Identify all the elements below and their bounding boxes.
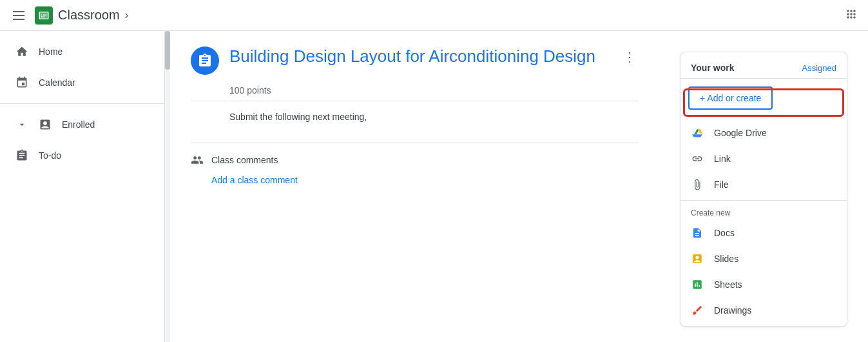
sidebar-label-enrolled: Enrolled (62, 119, 95, 130)
menu-item-drawings[interactable]: Drawings (680, 297, 847, 323)
sidebar-label-todo: To-do (39, 150, 61, 161)
create-new-label: Create new (680, 203, 847, 220)
menu-label-file: File (714, 179, 729, 190)
todo-icon (15, 149, 28, 162)
sidebar-label-home: Home (39, 46, 63, 57)
menu-item-link[interactable]: Link (680, 146, 847, 172)
sidebar-divider (0, 103, 164, 104)
slides-icon (691, 252, 704, 265)
google-drive-icon (691, 126, 704, 139)
scrollbar[interactable] (165, 31, 170, 342)
menu-item-docs[interactable]: Docs (680, 220, 847, 246)
panel-title: Your work (691, 63, 734, 73)
hamburger-menu[interactable] (10, 8, 27, 23)
content-area: Building Design Layout for Airconditioni… (170, 31, 659, 201)
sidebar-item-calendar[interactable]: Calendar (0, 67, 154, 98)
your-work-panel: Your work Assigned + Add or create (680, 52, 847, 327)
panel-status: Assigned (802, 63, 836, 73)
chevron-down-icon (15, 118, 28, 131)
assignment-icon (191, 46, 219, 75)
menu-label-drawings: Drawings (714, 305, 751, 316)
home-icon (15, 45, 28, 58)
assignment-points: 100 points (191, 85, 639, 96)
docs-icon (691, 226, 704, 239)
comments-section: Class comments Add a class comment (191, 154, 639, 186)
calendar-icon (15, 76, 28, 89)
menu-label-sheets: Sheets (714, 279, 742, 290)
menu-label-docs: Docs (714, 228, 735, 238)
app-name: Classroom (58, 8, 120, 23)
breadcrumb-arrow: › (125, 8, 129, 22)
panel-wrapper: Your work Assigned + Add or create (659, 31, 868, 342)
menu-item-slides[interactable]: Slides (680, 246, 847, 272)
menu-divider (680, 200, 847, 201)
menu-item-file[interactable]: File (680, 172, 847, 197)
sidebar: Home Calendar Enrolled To-do (0, 31, 165, 342)
add-or-create-button[interactable]: + Add or create (688, 86, 773, 110)
enrolled-icon (39, 118, 52, 131)
menu-label-link: Link (714, 154, 731, 164)
layout: Home Calendar Enrolled To-do (0, 31, 868, 342)
divider-2 (191, 143, 639, 143)
sidebar-item-home[interactable]: Home (0, 36, 154, 67)
assignment-header: Building Design Layout for Airconditioni… (191, 46, 639, 75)
drawings-icon (691, 304, 704, 317)
menu-item-sheets[interactable]: Sheets (680, 272, 847, 297)
scroll-area: Building Design Layout for Airconditioni… (170, 31, 659, 342)
scroll-thumb[interactable] (165, 31, 170, 70)
sidebar-item-todo[interactable]: To-do (0, 140, 154, 171)
assignment-description: Submit the following next meeting, (191, 112, 639, 122)
comments-label: Class comments (211, 155, 278, 165)
classroom-icon (35, 6, 53, 25)
more-options-icon[interactable]: ⋮ (621, 46, 639, 67)
assignment-title: Building Design Layout for Airconditioni… (229, 46, 610, 66)
dropdown-menu: Google Drive Link File (680, 117, 847, 326)
grid-icon[interactable] (845, 8, 858, 23)
link-icon (691, 152, 704, 165)
comments-icon (191, 154, 204, 166)
comments-header: Class comments (191, 154, 639, 166)
panel-header: Your work Assigned (680, 52, 847, 79)
sidebar-item-enrolled[interactable]: Enrolled (0, 109, 154, 140)
file-icon (691, 178, 704, 191)
menu-item-google-drive[interactable]: Google Drive (680, 120, 847, 146)
menu-label-slides: Slides (714, 254, 738, 264)
sidebar-label-calendar: Calendar (39, 77, 75, 88)
sheets-icon (691, 278, 704, 291)
app-logo: Classroom › (35, 6, 129, 25)
topbar-left: Classroom › (10, 6, 129, 25)
divider-1 (191, 101, 639, 101)
main-content: Building Design Layout for Airconditioni… (165, 31, 868, 342)
topbar: Classroom › (0, 0, 868, 31)
add-class-comment[interactable]: Add a class comment (211, 175, 298, 185)
menu-label-google-drive: Google Drive (714, 128, 767, 138)
